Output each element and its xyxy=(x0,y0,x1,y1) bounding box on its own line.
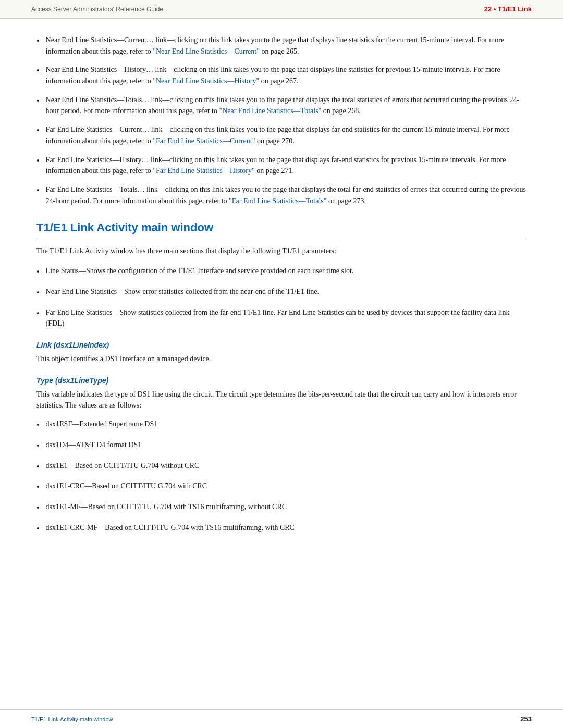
type-bullet-list: •dsx1ESF—Extended Superframe DS1•dsx1D4—… xyxy=(36,418,527,536)
top-bullet-list: •Near End Line Statistics—Current… link—… xyxy=(36,34,527,206)
bullet-text: Far End Line Statistics—History… link—cl… xyxy=(46,154,527,177)
inline-link[interactable]: "Far End Line Statistics—History" xyxy=(153,167,254,175)
inline-link[interactable]: "Near End Line Statistics—Totals" xyxy=(219,107,321,115)
bullet-text: dsx1E1-CRC-MF—Based on CCITT/ITU G.704 w… xyxy=(46,522,527,534)
page: Access Server Administrators' Reference … xyxy=(0,0,563,728)
bullet-icon: • xyxy=(36,95,40,108)
bullet-icon: • xyxy=(36,307,40,320)
bullet-icon: • xyxy=(36,184,40,198)
bullet-text: Near End Line Statistics—History… link—c… xyxy=(46,64,527,87)
list-item: •dsx1E1-CRC—Based on CCITT/ITU G.704 wit… xyxy=(36,480,527,494)
bullet-text: Near End Line Statistics—Current… link—c… xyxy=(46,34,527,57)
header-bar: Access Server Administrators' Reference … xyxy=(0,0,563,19)
bullet-icon: • xyxy=(36,440,40,453)
bullet-text: Near End Line Statistics—Totals… link—cl… xyxy=(46,94,527,117)
list-item: •Far End Line Statistics—Totals… link—cl… xyxy=(36,184,527,206)
list-item: •dsx1E1—Based on CCITT/ITU G.704 without… xyxy=(36,460,527,474)
type-subsection-heading: Type (dsx1LineType) xyxy=(36,376,527,385)
bullet-text: dsx1ESF—Extended Superframe DS1 xyxy=(46,418,527,430)
bullet-icon: • xyxy=(36,155,40,168)
list-item: •Near End Line Statistics—History… link—… xyxy=(36,64,527,87)
bullet-icon: • xyxy=(36,125,40,138)
main-section-intro: The T1/E1 Link Activity window has three… xyxy=(36,245,527,257)
bullet-text: Far End Line Statistics—Totals… link—cli… xyxy=(46,184,527,206)
main-content: •Near End Line Statistics—Current… link—… xyxy=(0,34,563,567)
bullet-text: Far End Line Statistics—Current… link—cl… xyxy=(46,124,527,146)
link-subsection-body: This object identifies a DS1 Interface o… xyxy=(36,353,527,365)
bullet-icon: • xyxy=(36,35,40,48)
list-item: •Far End Line Statistics—Current… link—c… xyxy=(36,124,527,146)
bullet-text: Far End Line Statistics—Show statistics … xyxy=(46,307,527,329)
bullet-icon: • xyxy=(36,65,40,78)
list-item: •Far End Line Statistics—Show statistics… xyxy=(36,307,527,329)
list-item: •dsx1D4—AT&T D4 format DS1 xyxy=(36,439,527,453)
bullet-text: Near End Line Statistics—Show error stat… xyxy=(46,286,527,298)
bullet-text: Line Status—Shows the configuration of t… xyxy=(46,265,527,277)
main-sub-bullet-list: •Line Status—Shows the configuration of … xyxy=(36,265,527,329)
bullet-text: dsx1E1-CRC—Based on CCITT/ITU G.704 with… xyxy=(46,480,527,492)
type-subsection-intro: This variable indicates the type of DS1 … xyxy=(36,389,527,411)
bullet-text: dsx1E1-MF—Based on CCITT/ITU G.704 with … xyxy=(46,501,527,513)
list-item: •dsx1E1-CRC-MF—Based on CCITT/ITU G.704 … xyxy=(36,522,527,536)
inline-link[interactable]: "Near End Line Statistics—History" xyxy=(153,77,259,85)
header-left: Access Server Administrators' Reference … xyxy=(31,6,163,13)
list-item: •dsx1ESF—Extended Superframe DS1 xyxy=(36,418,527,432)
bullet-text: dsx1D4—AT&T D4 format DS1 xyxy=(46,439,527,451)
bullet-icon: • xyxy=(36,523,40,536)
list-item: •Line Status—Shows the configuration of … xyxy=(36,265,527,279)
list-item: •Far End Line Statistics—History… link—c… xyxy=(36,154,527,177)
header-right: 22 • T1/E1 Link xyxy=(484,5,532,13)
footer: T1/E1 Link Activity main window 253 xyxy=(0,709,563,728)
bullet-icon: • xyxy=(36,266,40,279)
footer-left: T1/E1 Link Activity main window xyxy=(31,716,113,722)
bullet-icon: • xyxy=(36,481,40,494)
inline-link[interactable]: "Far End Line Statistics—Totals" xyxy=(229,197,326,205)
main-section-heading: T1/E1 Link Activity main window xyxy=(36,221,527,238)
inline-link[interactable]: "Far End Line Statistics—Current" xyxy=(153,137,255,145)
bullet-icon: • xyxy=(36,502,40,515)
bullet-icon: • xyxy=(36,461,40,474)
bullet-text: dsx1E1—Based on CCITT/ITU G.704 without … xyxy=(46,460,527,472)
link-subsection-heading: Link (dsx1LineIndex) xyxy=(36,341,527,349)
list-item: •dsx1E1-MF—Based on CCITT/ITU G.704 with… xyxy=(36,501,527,515)
list-item: •Near End Line Statistics—Current… link—… xyxy=(36,34,527,57)
bullet-icon: • xyxy=(36,419,40,432)
list-item: •Near End Line Statistics—Show error sta… xyxy=(36,286,527,300)
inline-link[interactable]: "Near End Line Statistics—Current" xyxy=(153,47,260,55)
bullet-icon: • xyxy=(36,287,40,300)
list-item: •Near End Line Statistics—Totals… link—c… xyxy=(36,94,527,117)
footer-right: 253 xyxy=(520,715,532,723)
